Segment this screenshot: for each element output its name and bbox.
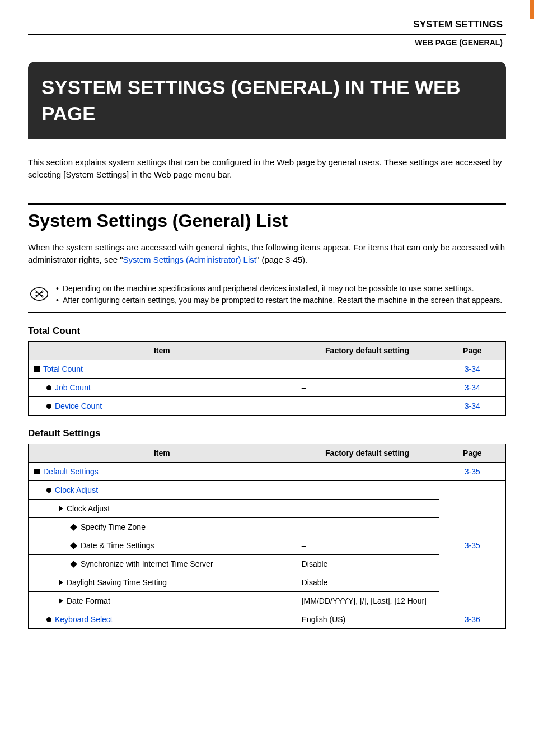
item-label: Clock Adjust: [67, 504, 110, 513]
item-cell: Total Count: [29, 360, 439, 378]
factory-cell: Disable: [296, 554, 439, 573]
item-cell: Date & Time Settings: [29, 536, 296, 554]
item-cell: Specify Time Zone: [29, 517, 296, 536]
section-intro-post: " (page 3-45).: [256, 255, 307, 264]
table2-title: Default Settings: [28, 428, 506, 439]
note-box: •Depending on the machine specifications…: [28, 277, 506, 313]
page-link[interactable]: 3-34: [465, 383, 480, 392]
page-cell[interactable]: 3-35: [439, 462, 505, 480]
item-label[interactable]: Keyboard Select: [55, 615, 113, 624]
factory-cell: Disable: [296, 573, 439, 591]
tri-marker: [59, 506, 63, 511]
table-row: Date & Time Settings–: [29, 536, 506, 554]
page-cell[interactable]: 3-35: [439, 480, 505, 610]
page-link[interactable]: 3-35: [465, 467, 480, 476]
item-cell: Date Format: [29, 591, 296, 610]
table-row: Clock Adjust3-35: [29, 480, 506, 499]
page-link[interactable]: 3-35: [465, 541, 480, 550]
item-label[interactable]: Device Count: [55, 402, 102, 410]
default-settings-table: Item Factory default setting Page Defaul…: [28, 444, 506, 629]
dia-marker: [70, 542, 77, 549]
item-label[interactable]: Default Settings: [43, 467, 99, 476]
item-cell: Device Count: [29, 396, 296, 415]
table-row: Device Count–3-34: [29, 396, 506, 415]
factory-cell: English (US): [296, 610, 439, 628]
item-cell: Clock Adjust: [29, 480, 439, 499]
item-label: Date & Time Settings: [81, 541, 154, 550]
item-label[interactable]: Total Count: [43, 365, 83, 374]
table-row: Daylight Saving Time SettingDisable: [29, 573, 506, 591]
th-factory: Factory default setting: [296, 341, 439, 360]
breadcrumb-secondary: WEB PAGE (GENERAL): [0, 35, 534, 47]
table1-title: Total Count: [28, 325, 506, 337]
th-item: Item: [29, 444, 296, 462]
item-label: Date Format: [67, 596, 110, 605]
table-row: Synchronize with Internet Time ServerDis…: [29, 554, 506, 573]
factory-cell: –: [296, 378, 439, 396]
th-item: Item: [29, 341, 296, 360]
page-cell[interactable]: 3-34: [439, 396, 505, 415]
item-label[interactable]: Job Count: [55, 383, 91, 392]
item-cell: Synchronize with Internet Time Server: [29, 554, 296, 573]
page-cell[interactable]: 3-34: [439, 378, 505, 396]
factory-cell: –: [296, 517, 439, 536]
breadcrumb-primary: SYSTEM SETTINGS: [0, 19, 534, 34]
page-link[interactable]: 3-34: [465, 365, 480, 374]
item-cell: Daylight Saving Time Setting: [29, 573, 296, 591]
page-title: SYSTEM SETTINGS (GENERAL) IN THE WEB PAG…: [28, 62, 506, 139]
dot-marker: [46, 385, 51, 390]
page-cell[interactable]: 3-36: [439, 610, 505, 628]
table-row: Specify Time Zone–: [29, 517, 506, 536]
item-cell: Keyboard Select: [29, 610, 296, 628]
dia-marker: [70, 524, 77, 531]
page-cell[interactable]: 3-34: [439, 360, 505, 378]
table-row: Date Format[MM/DD/YYYY], [/], [Last], [1…: [29, 591, 506, 610]
item-label: Specify Time Zone: [81, 522, 146, 531]
th-factory: Factory default setting: [296, 444, 439, 462]
dot-marker: [46, 404, 51, 409]
th-page: Page: [439, 341, 505, 360]
item-label: Daylight Saving Time Setting: [67, 578, 167, 587]
page-link[interactable]: 3-34: [465, 402, 480, 410]
tri-marker: [59, 598, 63, 604]
table-header-row: Item Factory default setting Page: [29, 341, 506, 360]
page-link[interactable]: 3-36: [465, 615, 480, 624]
section-title: System Settings (General) List: [28, 211, 506, 231]
table-header-row: Item Factory default setting Page: [29, 444, 506, 462]
intro-text: This section explains system settings th…: [28, 156, 506, 181]
item-cell: Default Settings: [29, 462, 439, 480]
item-label[interactable]: Clock Adjust: [55, 486, 98, 494]
section-intro: When the system settings are accessed wi…: [28, 241, 506, 267]
factory-cell: [MM/DD/YYYY], [/], [Last], [12 Hour]: [296, 591, 439, 610]
admin-list-link[interactable]: System Settings (Administrator) List: [123, 255, 256, 264]
tri-marker: [59, 580, 63, 585]
item-label: Synchronize with Internet Time Server: [81, 559, 213, 568]
table-row: Total Count3-34: [29, 360, 506, 378]
factory-cell: –: [296, 396, 439, 415]
table-row: Clock Adjust: [29, 499, 506, 517]
sq-marker: [34, 469, 40, 474]
factory-cell: –: [296, 536, 439, 554]
item-cell: Clock Adjust: [29, 499, 439, 517]
note-icon: [30, 285, 48, 303]
total-count-table: Item Factory default setting Page Total …: [28, 341, 506, 416]
th-page: Page: [439, 444, 505, 462]
dot-marker: [46, 617, 51, 622]
dia-marker: [70, 561, 77, 568]
table-row: Keyboard SelectEnglish (US)3-36: [29, 610, 506, 628]
sq-marker: [34, 366, 40, 372]
item-cell: Job Count: [29, 378, 296, 396]
table-row: Default Settings3-35: [29, 462, 506, 480]
dot-marker: [46, 488, 51, 493]
note-bullet-2: •After configuring certain settings, you…: [56, 295, 502, 307]
note-bullet-1: •Depending on the machine specifications…: [56, 283, 502, 295]
table-row: Job Count–3-34: [29, 378, 506, 396]
